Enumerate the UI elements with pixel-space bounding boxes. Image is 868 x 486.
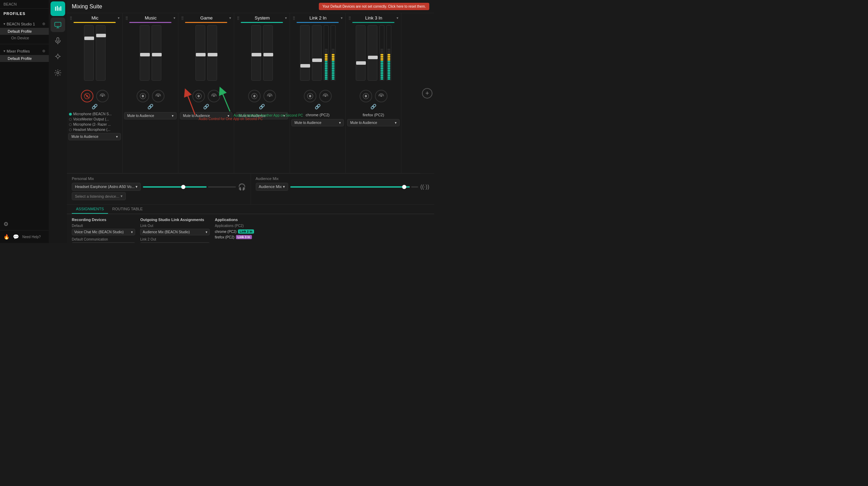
link-icon[interactable]: 🔗 (147, 104, 153, 109)
fader1-track[interactable] (300, 25, 310, 81)
fader2-handle[interactable] (312, 58, 322, 62)
mute-dropdown[interactable]: Mute to Audience ▾ (291, 119, 344, 126)
source-item[interactable]: Microphone (BEACN S... (68, 111, 121, 117)
fader2-track[interactable] (152, 25, 161, 81)
fader1-handle[interactable] (252, 53, 261, 56)
add-studio-icon[interactable]: ⊕ (42, 22, 45, 26)
warning-banner[interactable]: Your Default Devices are not set correct… (319, 3, 429, 10)
broadcast-icon-btn[interactable] (208, 90, 220, 102)
recording-default-select[interactable]: Voice Chat Mic (BEACN Studio)▾ (72, 229, 135, 235)
mute-dropdown[interactable]: Mute to Audience ▾ (124, 112, 177, 119)
fader2-handle[interactable] (96, 34, 106, 37)
link-out-select[interactable]: Audience Mix (BEACN Studio)▾ (140, 229, 210, 235)
fader1-handle[interactable] (84, 37, 94, 40)
personal-mix-slider[interactable] (143, 186, 206, 188)
source-label: Headset Microphone (... (73, 128, 110, 132)
tab-assignments[interactable]: ASSIGNMENTS (72, 205, 108, 214)
source-item[interactable]: VoiceMeeter Output (... (68, 117, 121, 122)
level-meter2 (386, 25, 391, 81)
broadcast-icon-btn[interactable] (375, 90, 387, 102)
fader1-track[interactable] (356, 25, 366, 81)
personal-device-select[interactable]: Headset Earphone (Astro A50 Vo... ▾ (72, 183, 141, 191)
add-mixer-icon[interactable]: ⊕ (42, 49, 45, 53)
level-bar (387, 61, 390, 62)
link-icon[interactable]: 🔗 (370, 104, 376, 109)
add-channel-button[interactable]: + (422, 88, 432, 99)
mixer-profiles-item[interactable]: ▾ Mixer Profiles ⊕ (0, 47, 49, 55)
level-bar (387, 49, 390, 50)
fader1-handle[interactable] (356, 61, 366, 65)
channel-header: ⣿ Game ▾ (180, 13, 232, 22)
listening-device-select[interactable]: Select a listening device... ▾ (72, 192, 126, 200)
fader2-handle[interactable] (368, 56, 378, 59)
mute-icon-btn[interactable] (81, 90, 93, 102)
default-profile-item[interactable]: Default Profile (0, 28, 49, 35)
fader2-track[interactable] (263, 25, 273, 81)
mic-icon-btn[interactable] (51, 33, 65, 48)
source-item[interactable]: Headset Microphone (... (68, 127, 121, 132)
link-icon[interactable]: 🔗 (259, 104, 265, 109)
recording-comm-select[interactable]: Voice Chat Mic (BEACN Studio)▾ (72, 242, 135, 243)
audience-device-select[interactable]: Audience Mix ▾ (256, 183, 288, 191)
source-item[interactable]: Microphone (2- Razer ... (68, 122, 121, 127)
link-icon[interactable]: 🔗 (203, 104, 209, 109)
fader2-track[interactable] (207, 25, 217, 81)
mute-icon-btn[interactable] (192, 90, 205, 102)
mute-icon-btn[interactable] (360, 90, 372, 102)
mute-icon-btn[interactable] (304, 90, 316, 102)
fader2-handle[interactable] (263, 53, 273, 56)
fader1-handle[interactable] (300, 64, 310, 68)
personal-mix-slider-handle[interactable] (181, 185, 185, 189)
channel-dropdown-icon[interactable]: ▾ (118, 16, 120, 20)
fader1-track[interactable] (140, 25, 149, 81)
link2-out-select[interactable]: Choose Audio to output...▾ (140, 242, 210, 243)
broadcast-icon-btn[interactable] (263, 90, 276, 102)
sidebar-settings-btn[interactable]: ⚙ (0, 218, 49, 230)
fader1-track[interactable] (251, 25, 261, 81)
mixing-suite-icon[interactable] (51, 1, 65, 16)
mute-icon-btn[interactable] (137, 90, 149, 102)
level-bar (332, 73, 335, 75)
channel-dropdown-icon[interactable]: ▾ (229, 16, 231, 20)
fader2-handle[interactable] (152, 53, 162, 56)
fader2-handle[interactable] (208, 53, 217, 56)
tab-routing[interactable]: ROUTING TABLE (108, 205, 147, 214)
channel-dropdown-icon[interactable]: ▾ (341, 16, 343, 20)
fader2-track[interactable] (368, 25, 377, 81)
mute-dropdown[interactable]: Mute to Audience ▾ (236, 112, 288, 119)
broadcast-icon[interactable]: ((·)) (420, 184, 429, 190)
fader1-handle[interactable] (196, 53, 206, 56)
mute-icon-btn[interactable] (248, 90, 261, 102)
faders-row (84, 25, 106, 88)
level-bar (332, 54, 335, 55)
level-bar (332, 49, 335, 50)
monitor-icon[interactable] (51, 17, 65, 32)
discord-icon[interactable]: 💬 (13, 234, 19, 240)
broadcast-icon-btn[interactable] (96, 90, 109, 102)
on-device-item[interactable]: On Device (0, 35, 49, 41)
sidebar-studio-item[interactable]: ▾ BEACN Studio 1 ⊕ (0, 20, 49, 28)
fader1-track[interactable] (195, 25, 205, 81)
channel-header: ⣿ System ▾ (236, 13, 288, 22)
settings-icon-btn[interactable] (51, 65, 65, 80)
mixer-default-item[interactable]: Default Profile (0, 55, 49, 62)
headphone-icon[interactable]: 🎧 (238, 183, 246, 191)
link-icon[interactable]: 🔗 (92, 104, 98, 109)
personal-mix-slider-dark (208, 186, 236, 188)
lighting-icon[interactable] (51, 49, 65, 64)
mute-dropdown[interactable]: Mute to Audience ▾ (180, 112, 232, 119)
channel-dropdown-icon[interactable]: ▾ (397, 16, 398, 20)
broadcast-icon-btn[interactable] (152, 90, 164, 102)
help-icon[interactable]: 🔥 (3, 234, 9, 240)
broadcast-icon-btn[interactable] (319, 90, 332, 102)
channel-dropdown-icon[interactable]: ▾ (285, 16, 287, 20)
channel-dropdown-icon[interactable]: ▾ (174, 16, 175, 20)
mute-dropdown[interactable]: Mute to Audience ▾ (347, 119, 400, 126)
fader1-track[interactable] (84, 25, 94, 81)
mute-dropdown[interactable]: Mute to Audience ▾ (68, 133, 121, 140)
fader2-track[interactable] (96, 25, 106, 81)
fader1-handle[interactable] (140, 53, 150, 56)
link-icon[interactable]: 🔗 (315, 104, 321, 109)
audience-slider-handle[interactable] (402, 185, 406, 189)
fader2-track[interactable] (312, 25, 322, 81)
